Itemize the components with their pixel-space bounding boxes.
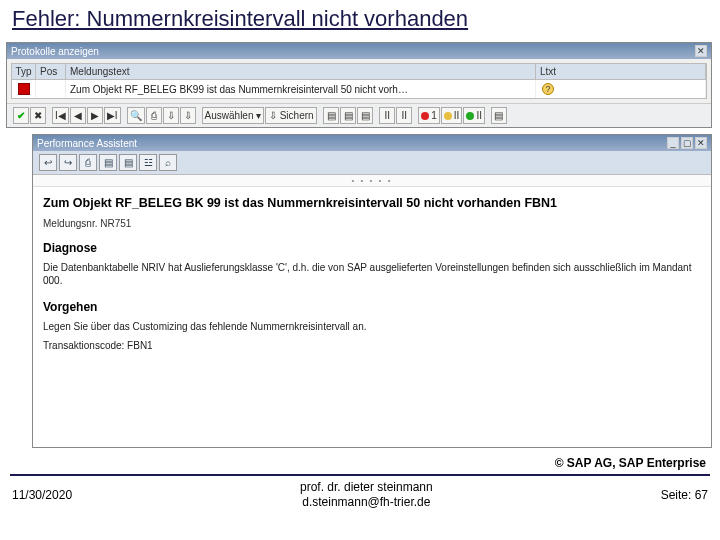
prev-button[interactable]: ◀ <box>70 107 86 124</box>
green-dot-icon <box>466 112 474 120</box>
chevron-down-icon: ▾ <box>256 110 261 121</box>
log-toolbar: ✔ ✖ I◀ ◀ ▶ ▶I 🔍 ⎙ ⇩ ⇩ Auswählen ▾ ⇩ Sich… <box>7 103 711 127</box>
ok-button[interactable]: ✔ <box>13 107 29 124</box>
log-table: Typ Pos Meldungstext Ltxt Zum Objekt RF_… <box>11 63 707 99</box>
cell-pos <box>36 80 66 98</box>
success-count[interactable]: II <box>463 107 485 124</box>
footer-date: 11/30/2020 <box>12 488 72 502</box>
help-titlebar: Performance Assistent _ ▢ ✕ <box>33 135 711 151</box>
help-window: Performance Assistent _ ▢ ✕ ↩ ↪ ⎙ ▤ ▤ ☳ … <box>32 134 712 448</box>
longtext-help-icon[interactable]: ? <box>542 83 554 95</box>
save-button[interactable]: ⇩ Sichern <box>265 107 317 124</box>
warning-count[interactable]: II <box>441 107 463 124</box>
list-button[interactable]: ☳ <box>139 154 157 171</box>
download-button-2[interactable]: ⇩ <box>180 107 196 124</box>
help-toolbar: ↩ ↪ ⎙ ▤ ▤ ☳ ⌕ <box>33 151 711 175</box>
filter-button-1[interactable]: II <box>379 107 395 124</box>
log-titlebar: Protokolle anzeigen ✕ <box>7 43 711 59</box>
error-icon <box>12 80 36 98</box>
doc-button-1[interactable]: ▤ <box>99 154 117 171</box>
search-button[interactable]: 🔍 <box>127 107 145 124</box>
transaction-code: Transaktionscode: FBN1 <box>43 339 701 353</box>
last-button[interactable]: ▶I <box>104 107 121 124</box>
message-number: Meldungsnr. NR751 <box>43 218 701 229</box>
save-icon: ⇩ <box>269 110 277 121</box>
log-window: Protokolle anzeigen ✕ Typ Pos Meldungste… <box>6 42 712 128</box>
cancel-button[interactable]: ✖ <box>30 107 46 124</box>
footer-author: prof. dr. dieter steinmann d.steinmann@f… <box>300 480 433 510</box>
cell-message: Zum Objekt RF_BELEG BK99 ist das Nummern… <box>66 80 536 98</box>
cell-ltxt[interactable]: ? <box>536 80 706 98</box>
slide-title: Fehler: Nummernkreisintervall nicht vorh… <box>0 0 720 42</box>
back-button[interactable]: ↩ <box>39 154 57 171</box>
select-button[interactable]: Auswählen ▾ <box>202 107 265 124</box>
help-window-controls: _ ▢ ✕ <box>667 137 707 149</box>
vorgehen-text: Legen Sie über das Customizing das fehle… <box>43 320 701 334</box>
diagnose-heading: Diagnose <box>43 241 701 255</box>
print-button[interactable]: ⎙ <box>146 107 162 124</box>
drag-handle[interactable]: • • • • • <box>33 175 711 187</box>
col-pos: Pos <box>36 64 66 80</box>
layout-button-1[interactable]: ▤ <box>323 107 339 124</box>
layout-button-2[interactable]: ▤ <box>340 107 356 124</box>
yellow-dot-icon <box>444 112 452 120</box>
slide-footer: 11/30/2020 prof. dr. dieter steinmann d.… <box>0 476 720 516</box>
diagnose-text: Die Datenbanktabelle NRIV hat Auslieferu… <box>43 261 701 288</box>
red-dot-icon <box>421 112 429 120</box>
layout-button-3[interactable]: ▤ <box>357 107 373 124</box>
forward-button[interactable]: ↪ <box>59 154 77 171</box>
log-window-title: Protokolle anzeigen <box>11 46 99 57</box>
print-help-button[interactable]: ⎙ <box>79 154 97 171</box>
table-row[interactable]: Zum Objekt RF_BELEG BK99 ist das Nummern… <box>12 80 706 98</box>
next-button[interactable]: ▶ <box>87 107 103 124</box>
help-body: Zum Objekt RF_BELEG BK 99 ist das Nummer… <box>33 187 711 447</box>
minimize-icon[interactable]: _ <box>667 137 679 149</box>
footer-page: Seite: 67 <box>661 488 708 502</box>
find-help-button[interactable]: ⌕ <box>159 154 177 171</box>
doc-button-2[interactable]: ▤ <box>119 154 137 171</box>
download-button-1[interactable]: ⇩ <box>163 107 179 124</box>
col-typ: Typ <box>12 64 36 80</box>
log-table-header: Typ Pos Meldungstext Ltxt <box>12 64 706 80</box>
close-icon[interactable]: ✕ <box>695 45 707 57</box>
log-window-controls: ✕ <box>695 45 707 57</box>
help-heading: Zum Objekt RF_BELEG BK 99 ist das Nummer… <box>43 195 701 212</box>
maximize-icon[interactable]: ▢ <box>681 137 693 149</box>
vorgehen-heading: Vorgehen <box>43 300 701 314</box>
copyright: © SAP AG, SAP Enterprise <box>0 454 720 474</box>
help-window-title: Performance Assistent <box>37 138 137 149</box>
col-ltxt: Ltxt <box>536 64 706 80</box>
first-button[interactable]: I◀ <box>52 107 69 124</box>
filter-button-2[interactable]: II <box>396 107 412 124</box>
error-count[interactable]: 1 <box>418 107 440 124</box>
standard-button[interactable]: ▤ <box>491 107 507 124</box>
close-icon[interactable]: ✕ <box>695 137 707 149</box>
col-meldungstext: Meldungstext <box>66 64 536 80</box>
